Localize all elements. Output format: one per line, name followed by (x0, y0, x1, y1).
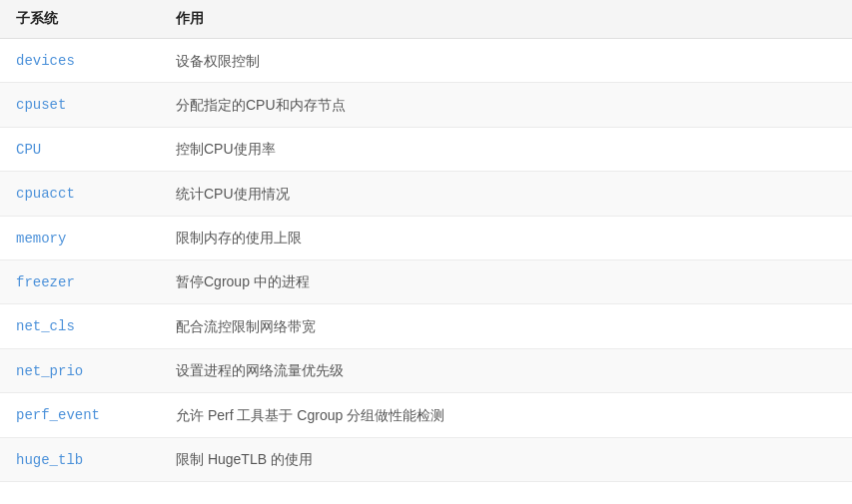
subsystem-name: cpuset (16, 97, 66, 113)
table-row: net_cls配合流控限制网络带宽 (0, 304, 852, 348)
table-row: freezer暂停Cgroup 中的进程 (0, 259, 852, 303)
cell-description: 控制CPU使用率 (160, 127, 852, 171)
cell-subsystem: freezer (0, 259, 160, 303)
header-subsystem: 子系统 (0, 0, 160, 39)
subsystem-name: CPU (16, 142, 41, 158)
table-row: cpuacct统计CPU使用情况 (0, 172, 852, 216)
cell-subsystem: memory (0, 216, 160, 259)
cell-description: 暂停Cgroup 中的进程 (160, 259, 852, 303)
table-row: cpuset分配指定的CPU和内存节点 (0, 83, 852, 127)
subsystem-name: freezer (16, 274, 75, 290)
cell-subsystem: cpuacct (0, 172, 160, 216)
subsystem-name: net_prio (16, 363, 83, 379)
subsystem-table: 子系统 作用 devices设备权限控制cpuset分配指定的CPU和内存节点C… (0, 0, 852, 482)
header-description: 作用 (160, 0, 852, 39)
cell-subsystem: huge_tlb (0, 437, 160, 481)
table-row: huge_tlb限制 HugeTLB 的使用 (0, 437, 852, 481)
cell-description: 限制内存的使用上限 (160, 216, 852, 259)
cell-description: 分配指定的CPU和内存节点 (160, 83, 852, 127)
cell-subsystem: net_cls (0, 304, 160, 348)
cell-subsystem: cpuset (0, 83, 160, 127)
table-header-row: 子系统 作用 (0, 0, 852, 39)
subsystem-name: perf_event (16, 407, 100, 423)
cell-description: 设备权限控制 (160, 39, 852, 83)
table-row: devices设备权限控制 (0, 39, 852, 83)
subsystem-name: cpuacct (16, 186, 75, 202)
table-row: CPU控制CPU使用率 (0, 127, 852, 171)
cell-subsystem: perf_event (0, 393, 160, 437)
cell-subsystem: devices (0, 39, 160, 83)
subsystem-name: devices (16, 53, 75, 69)
table-row: net_prio设置进程的网络流量优先级 (0, 348, 852, 392)
cell-description: 允许 Perf 工具基于 Cgroup 分组做性能检测 (160, 393, 852, 437)
table-row: memory限制内存的使用上限 (0, 216, 852, 259)
cell-description: 限制 HugeTLB 的使用 (160, 437, 852, 481)
cell-subsystem: CPU (0, 127, 160, 171)
subsystem-name: memory (16, 231, 66, 247)
subsystem-name: huge_tlb (16, 452, 83, 468)
cell-description: 配合流控限制网络带宽 (160, 304, 852, 348)
main-table-container: 子系统 作用 devices设备权限控制cpuset分配指定的CPU和内存节点C… (0, 0, 852, 482)
cell-description: 设置进程的网络流量优先级 (160, 348, 852, 392)
cell-description: 统计CPU使用情况 (160, 172, 852, 216)
table-row: perf_event允许 Perf 工具基于 Cgroup 分组做性能检测 (0, 393, 852, 437)
subsystem-name: net_cls (16, 318, 75, 334)
cell-subsystem: net_prio (0, 348, 160, 392)
